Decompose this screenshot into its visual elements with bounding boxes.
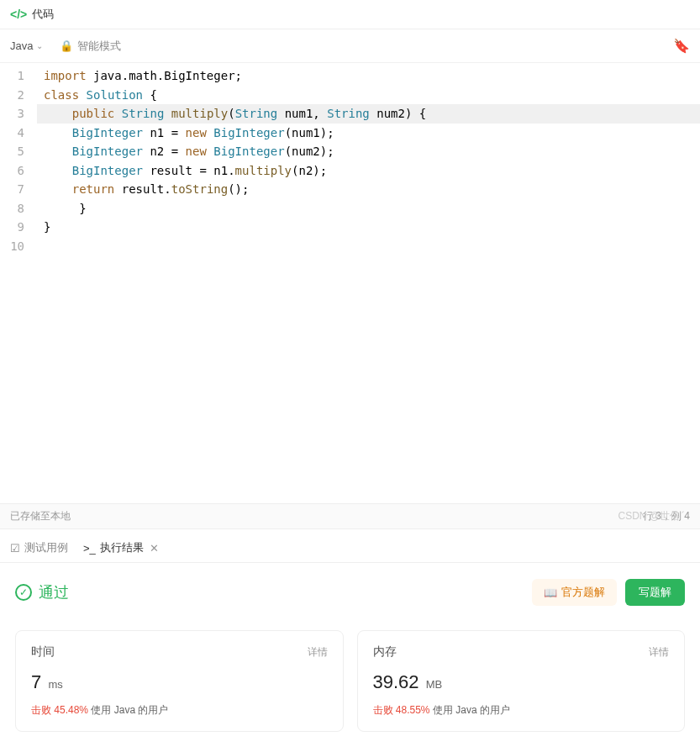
code-editor[interactable]: 12345678910 import java.math.BigInteger;… <box>0 63 700 259</box>
memory-label: 内存 <box>373 644 397 660</box>
language-selector[interactable]: Java ⌄ <box>10 39 43 52</box>
check-icon: ✓ <box>15 584 32 601</box>
memory-number: 39.62 <box>373 671 419 692</box>
result-header: ✓ 通过 📖 官方题解 写题解 <box>0 567 700 618</box>
time-suffix: 使用 Java 的用户 <box>91 704 168 716</box>
mode-label: 🔒 智能模式 <box>60 39 121 54</box>
time-beat: 击败 45.48% 使用 Java 的用户 <box>31 703 328 718</box>
tab-results-label: 执行结果 <box>100 540 144 555</box>
editor-toolbar: Java ⌄ 🔒 智能模式 🔖 <box>0 29 700 63</box>
time-label: 时间 <box>31 644 55 660</box>
write-solution-button[interactable]: 写题解 <box>625 579 685 606</box>
time-number: 7 <box>31 671 41 692</box>
result-tabs: ☑ 测试用例 >_ 执行结果 ✕ <box>0 534 700 563</box>
mode-text: 智能模式 <box>77 39 121 54</box>
memory-unit: MB <box>426 678 443 691</box>
bookmark-icon[interactable]: 🔖 <box>673 38 690 54</box>
code-area[interactable]: import java.math.BigInteger;class Soluti… <box>37 63 700 259</box>
tab-results[interactable]: >_ 执行结果 ✕ <box>83 540 159 555</box>
toolbar-left: Java ⌄ 🔒 智能模式 <box>10 39 121 54</box>
beat-prefix: 击败 <box>373 704 393 716</box>
beat-prefix: 击败 <box>31 704 51 716</box>
result-buttons: 📖 官方题解 写题解 <box>532 579 685 606</box>
editor-header: </> 代码 <box>0 0 700 29</box>
time-unit: ms <box>48 678 62 691</box>
line-gutter: 12345678910 <box>0 63 37 259</box>
chevron-down-icon: ⌄ <box>36 41 43 50</box>
watermark: CSDN @世俗ˊ <box>618 509 685 523</box>
time-pct: 45.48% <box>54 704 88 716</box>
time-detail-link[interactable]: 详情 <box>308 645 328 660</box>
memory-card: 内存 详情 39.62 MB 击败 48.55% 使用 Java 的用户 <box>357 630 686 732</box>
checkbox-icon: ☑ <box>10 542 20 555</box>
terminal-icon: >_ <box>83 542 96 555</box>
status-bar: 已存储至本地 行 3，列 4 <box>0 503 700 529</box>
tab-testcase-label: 测试用例 <box>24 540 68 555</box>
memory-suffix: 使用 Java 的用户 <box>433 704 510 716</box>
official-label: 官方题解 <box>561 585 605 600</box>
language-label: Java <box>10 39 33 52</box>
code-icon: </> <box>10 8 27 21</box>
lock-icon: 🔒 <box>60 39 73 52</box>
memory-pct: 48.55% <box>396 704 430 716</box>
card-header: 内存 详情 <box>373 644 670 660</box>
saved-status: 已存储至本地 <box>10 509 71 523</box>
time-value: 7 ms <box>31 671 328 693</box>
book-icon: 📖 <box>544 586 557 599</box>
tab-testcase[interactable]: ☑ 测试用例 <box>10 540 68 555</box>
card-header: 时间 详情 <box>31 644 328 660</box>
pass-text: 通过 <box>39 582 69 602</box>
official-solution-button[interactable]: 📖 官方题解 <box>532 579 617 606</box>
pass-status: ✓ 通过 <box>15 582 69 602</box>
close-icon[interactable]: ✕ <box>150 542 159 555</box>
memory-detail-link[interactable]: 详情 <box>649 645 669 660</box>
memory-value: 39.62 MB <box>373 671 670 693</box>
memory-beat: 击败 48.55% 使用 Java 的用户 <box>373 703 670 718</box>
time-card: 时间 详情 7 ms 击败 45.48% 使用 Java 的用户 <box>15 630 344 732</box>
header-title: 代码 <box>32 7 54 22</box>
result-cards: 时间 详情 7 ms 击败 45.48% 使用 Java 的用户 内存 详情 3… <box>0 630 700 752</box>
